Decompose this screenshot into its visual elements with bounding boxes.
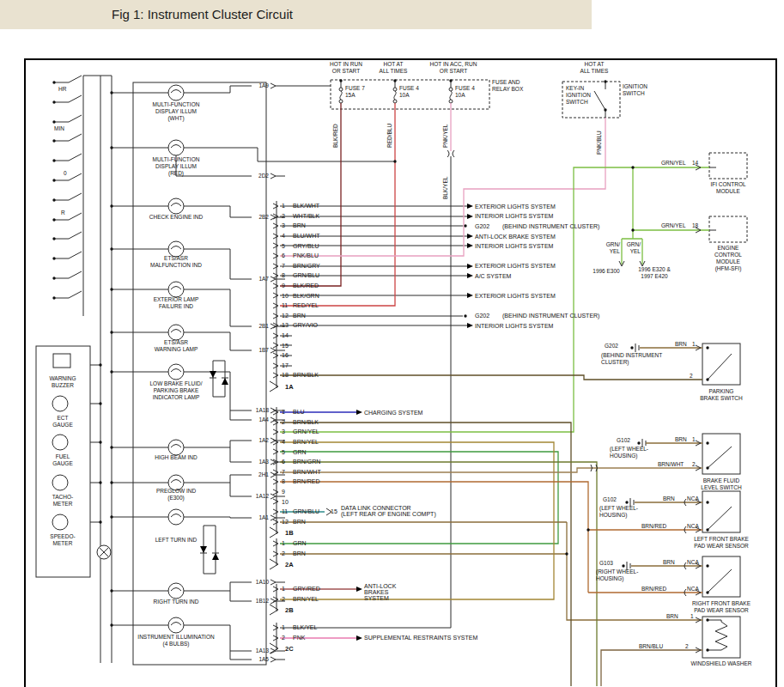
switch-position-label: MIN — [54, 125, 64, 132]
pin-row: 13GRY/VIOINTERIOR LIGHTS SYSTEM — [279, 320, 781, 331]
destination-label: EXTERIOR LIGHTS SYSTEM — [475, 263, 556, 269]
pin-row: 4BRN/YEL — [279, 437, 781, 447]
switch-position-label: R — [61, 210, 65, 216]
component-label: LOW BRAKE FLUID/ PARKING BRAKE INDICATOR… — [149, 380, 202, 401]
gauge-symbol — [52, 435, 68, 450]
pin-row: 16 — [279, 350, 781, 361]
windshield-washer-label: WINDSHIELD WASHER — [691, 660, 752, 667]
component-label: EXTERIOR LAMP FAILURE IND — [154, 296, 199, 310]
lamp-symbol — [168, 440, 184, 455]
destination-label: EXTERIOR LIGHTS SYSTEM — [475, 293, 556, 299]
pin-row: 12BRNG202(BEHIND INSTRUMENT CLUSTER) — [279, 311, 781, 321]
ifi-control-module-label: IFI CONTROL MODULE — [710, 181, 745, 195]
pin-number: 8 — [279, 272, 293, 278]
pin-tag: 1A9 — [258, 82, 269, 89]
pin-row: 3BRNG202(BEHIND INSTRUMENT CLUSTER) — [279, 221, 781, 231]
wire-color-label: PNK — [293, 635, 305, 641]
destination-label: CHARGING SYSTEM — [364, 409, 422, 415]
pin-tag: 1A4 — [258, 416, 269, 423]
pin-number: 1 — [279, 586, 293, 592]
lamp-symbol — [168, 364, 184, 380]
pin-number: 12 — [279, 313, 293, 319]
connector-group-label: 1A — [279, 380, 781, 395]
pin-tag: 1A5 — [258, 656, 269, 663]
pin-tag: 2B1 — [258, 323, 269, 330]
pin-number: 11 — [279, 508, 293, 514]
wire-color-label: GRN — [293, 449, 307, 455]
ignition-switch-label: IGNITION SWITCH — [623, 83, 647, 97]
gauge-label: TACHO- METER — [52, 494, 73, 508]
pin-tag: 1A3 — [258, 459, 269, 465]
lamp-symbol — [168, 325, 184, 340]
lamp-symbol — [168, 509, 184, 525]
pin-number: 2 — [279, 213, 293, 219]
pin-row: 10BLK/GRNEXTERIOR LIGHTS SYSTEM — [279, 290, 781, 301]
dlc-pin-number: 15 — [331, 508, 337, 514]
pin-row: 17 — [279, 361, 781, 371]
wire-color-label: PNK/YEL — [442, 125, 449, 148]
pin-number: 5 — [279, 449, 293, 455]
component-label: PREGLOW IND (E300) — [156, 488, 196, 502]
feed-label: HOT IN ACC, RUN OR START — [430, 61, 477, 75]
destination-label: EXTERIOR LIGHTS SYSTEM — [475, 203, 556, 209]
pin-row: 15 — [279, 340, 781, 350]
wire-color-label: BRN/WHT — [293, 469, 321, 475]
fuse-label: FUSE 4 10A — [399, 85, 419, 99]
wiring-diagram-page: Fig 1: Instrument Cluster Circuit — [0, 0, 784, 687]
pin-number: 9 — [279, 283, 293, 289]
pin-number: 6 — [279, 252, 293, 258]
pin-row: 4BLU/WHTANTI-LOCK BRAKE SYSTEM — [279, 231, 781, 241]
wire-color-label: BRN — [293, 519, 306, 525]
lamp-symbol — [168, 617, 184, 633]
pin-number: 4 — [279, 439, 293, 445]
switch-position-label: 0 — [64, 170, 67, 177]
pin-number: 7 — [279, 469, 293, 475]
pin-row: 14 — [279, 331, 781, 341]
pin-tag: 2B2 — [258, 214, 269, 221]
pin-number: 8 — [279, 478, 293, 484]
wire-color-label: GRN/YEL — [661, 160, 686, 167]
connector-2a-strip: 1GRN 2BRN 2A — [279, 538, 781, 573]
component-label: RIGHT TURN IND — [154, 599, 199, 605]
lamp-symbol — [168, 198, 184, 214]
pin-number: 18 — [279, 372, 293, 378]
wire-color-label: BLK/YEL — [293, 624, 317, 630]
destination-label: INTERIOR LIGHTS SYSTEM — [475, 243, 553, 249]
pin-row: 12BRN — [279, 517, 781, 527]
pin-row: 2PNKSUPPLEMENTAL RESTRAINTS SYSTEM — [279, 633, 781, 643]
pin-row: 3GRN/YEL — [279, 427, 781, 437]
pin-number: 12 — [279, 519, 293, 525]
pin-row: 5GRN — [279, 447, 781, 457]
pin-row: 1GRY/REDANTI-LOCK BRAKES SYSTEM — [279, 584, 781, 594]
wire-color-label: RED/YEL — [293, 302, 319, 308]
pin-row: 2BRN/BLK — [279, 417, 781, 428]
gauge-label: FUEL GAUGE — [52, 453, 72, 467]
wire-color-label: WHT/BLK — [293, 213, 319, 219]
pin-number: 2 — [279, 550, 293, 556]
pin-row: 7BRN/GRYEXTERIOR LIGHTS SYSTEM — [279, 261, 781, 271]
wire-color-label: GRY/RED — [293, 586, 320, 592]
pin-number: 15 — [279, 343, 293, 349]
pin-row: 11GRN/BLU15DATA LINK CONNECTOR (LEFT REA… — [279, 507, 781, 517]
pin-number: 2 — [279, 635, 293, 641]
left-rail-and-buses — [53, 76, 112, 663]
gauge-label: WARNING BUZZER — [49, 375, 76, 389]
wire-color-label: PNK/BLU — [293, 252, 319, 258]
pin-tag: 2H1 — [258, 471, 269, 478]
lamp-symbol — [168, 282, 184, 297]
lamp-symbol — [168, 583, 184, 599]
pin-number: 3 — [279, 222, 293, 228]
pin-number: 13 — [279, 322, 293, 328]
pin-tag: 1A1 — [258, 514, 269, 521]
fuse-label: FUSE 4 10A — [455, 85, 475, 99]
connector-group-label: 2B — [279, 604, 781, 618]
pin-row: 1GRN — [279, 538, 781, 549]
ground-destination-label: G202 — [475, 222, 489, 228]
pin-number: 1 — [279, 203, 293, 209]
wire-color-label: BRN — [293, 313, 306, 319]
wire-color-label: BRN/GRN — [293, 459, 320, 465]
wire-color-label: GRN/YEL — [293, 429, 319, 435]
pin-row: 2WHT/BLKINTERIOR LIGHTS SYSTEM — [279, 211, 781, 222]
pin-row: 6PNK/BLU — [279, 251, 781, 261]
destination-label: INTERIOR LIGHTS SYSTEM — [475, 322, 553, 328]
